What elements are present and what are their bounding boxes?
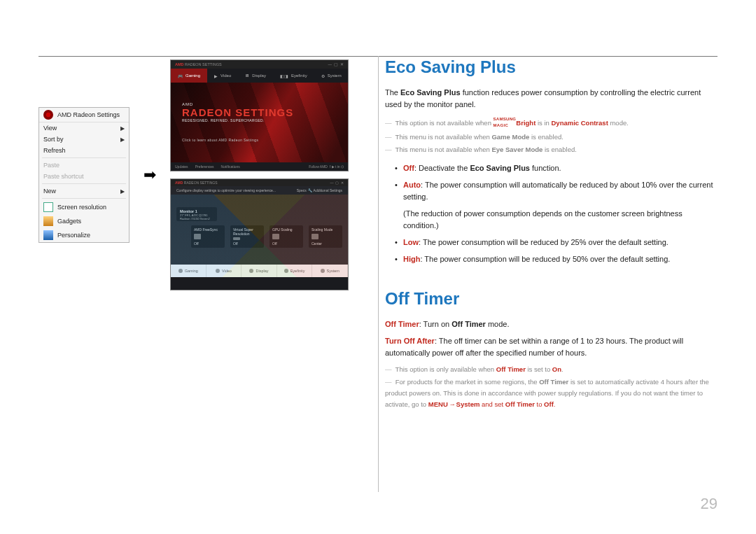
separator bbox=[42, 198, 126, 199]
btab-system: System bbox=[312, 265, 348, 277]
toggle-icon bbox=[233, 237, 240, 240]
specs-link: Specs bbox=[297, 188, 307, 192]
eco-note-3: This menu is not available when Eye Save… bbox=[385, 144, 718, 155]
off-timer-line2: Turn Off After: The off timer can be set… bbox=[385, 335, 718, 360]
chevron-right-icon: ▶ bbox=[120, 136, 125, 143]
right-column: Eco Saving Plus The Eco Saving Plus func… bbox=[385, 49, 718, 412]
off-timer-note2: For products for the market in some regi… bbox=[385, 377, 718, 410]
off-timer-line1: Off Timer: Turn on Off Timer mode. bbox=[385, 318, 718, 331]
footer-preferences: Preferences bbox=[195, 164, 214, 169]
radeon-subline: REDESIGNED. REFINED. SUPERCHARGED. bbox=[182, 118, 293, 122]
bullet-off: Off: Deactivate the Eco Saving Plus func… bbox=[395, 162, 718, 175]
toggle-icon bbox=[194, 234, 201, 239]
learn-tip: Click to learn about AMD Radeon Settings bbox=[182, 138, 293, 142]
desktop-context-menu: AMD Radeon Settings View▶ Sort by▶ Refre… bbox=[38, 107, 130, 243]
radeon-headline: RADEON SETTINGS bbox=[182, 106, 293, 118]
bullet-low: Low: The power consumption will be reduc… bbox=[395, 237, 718, 249]
left-column: AMD Radeon Settings View▶ Sort by▶ Refre… bbox=[38, 49, 364, 412]
btab-eyefinity: Eyefinity bbox=[277, 265, 313, 277]
off-timer-heading: Off Timer bbox=[385, 289, 718, 309]
chevron-right-icon: ▶ bbox=[120, 188, 125, 195]
screen-resolution-icon bbox=[43, 202, 53, 212]
window-title: RADEON SETTINGS bbox=[185, 62, 222, 66]
window-title: RADEON SETTINGS bbox=[184, 181, 218, 185]
toggle-icon bbox=[272, 234, 279, 239]
window-controls-icon: — ▢ ✕ bbox=[328, 62, 344, 66]
ctx-item-new: New▶ bbox=[39, 185, 129, 197]
ctx-item-paste-shortcut: Paste shortcut bbox=[39, 171, 129, 182]
tab-video: ▶Video bbox=[207, 69, 238, 83]
monitor-detail: 27" FF1, AOC Q2781 Radeon #5150 Seven2 bbox=[180, 213, 214, 220]
bullet-auto-sub: (The reduction of power consumption depe… bbox=[403, 208, 718, 232]
radeon-settings-home-screenshot: AMD RADEON SETTINGS — ▢ ✕ 🎮Gaming ▶Video… bbox=[170, 59, 349, 171]
btab-gaming: Gaming bbox=[171, 265, 206, 277]
column-divider bbox=[378, 56, 379, 492]
mode-icon bbox=[312, 234, 318, 239]
off-timer-note1: This option is only available when Off T… bbox=[385, 364, 718, 375]
tab-eyefinity: ◧◨Eyefinity bbox=[273, 69, 314, 83]
context-and-arrow-row: AMD Radeon Settings View▶ Sort by▶ Refre… bbox=[38, 59, 364, 290]
radeon-settings-display-screenshot: AMD RADEON SETTINGS — ▢ ✕ Configure disp… bbox=[170, 178, 349, 290]
top-tab-bar: 🎮Gaming ▶Video 🖥Display ◧◨Eyefinity ⚙Sys… bbox=[171, 69, 348, 83]
tab-display: 🖥Display bbox=[238, 69, 273, 83]
btab-display: Display bbox=[241, 265, 277, 277]
ctx-item-view: View▶ bbox=[39, 122, 129, 134]
ctx-item-sortby: Sort by▶ bbox=[39, 134, 129, 145]
eco-saving-plus-heading: Eco Saving Plus bbox=[385, 57, 718, 77]
screenshot-group: AMD RADEON SETTINGS — ▢ ✕ 🎮Gaming ▶Video… bbox=[170, 59, 349, 290]
tile-vsr: Virtual Super ResolutionOff bbox=[230, 225, 264, 248]
tab-gaming: 🎮Gaming bbox=[171, 69, 207, 83]
context-menu-title-row: AMD Radeon Settings bbox=[39, 108, 129, 122]
monitor-label: Monitor 1 bbox=[180, 209, 214, 213]
monitor-card: Monitor 1 27" FF1, AOC Q2781 Radeon #515… bbox=[176, 207, 217, 221]
bottom-tab-bar: Gaming Video Display Eyefinity System bbox=[171, 265, 348, 277]
ctx-item-gadgets: Gadgets bbox=[39, 214, 129, 228]
page-number: 29 bbox=[701, 495, 718, 513]
separator bbox=[42, 183, 126, 184]
ctx-item-refresh: Refresh bbox=[39, 145, 129, 156]
ctx-item-personalize: Personalize bbox=[39, 228, 129, 242]
tile-gpu-scaling: GPU ScalingOff bbox=[270, 225, 303, 248]
display-subtitle: Configure display settings to optimize y… bbox=[176, 188, 276, 192]
tile-scaling-mode: Scaling ModeCenter bbox=[309, 225, 342, 248]
window-controls-icon: — ▢ ✕ bbox=[330, 181, 344, 185]
bullet-auto: Auto: The power consumption will automat… bbox=[395, 179, 718, 204]
additional-settings-link: Additional Settings bbox=[314, 188, 342, 192]
btab-video: Video bbox=[206, 265, 242, 277]
eco-description: The Eco Saving Plus function reduces pow… bbox=[385, 87, 718, 111]
eco-note-2: This menu is not available when Game Mod… bbox=[385, 132, 718, 143]
context-menu-title: AMD Radeon Settings bbox=[57, 111, 120, 118]
amd-icon bbox=[43, 110, 53, 120]
gadgets-icon bbox=[43, 216, 53, 226]
footer-updates: Updates bbox=[175, 164, 188, 169]
personalize-icon bbox=[43, 230, 53, 240]
separator bbox=[42, 157, 126, 158]
bullet-high: High: The power consumption will be redu… bbox=[395, 253, 718, 266]
eco-bullet-list: Off: Deactivate the Eco Saving Plus func… bbox=[395, 162, 718, 265]
follow-amd: Follow AMD bbox=[309, 164, 328, 169]
chevron-right-icon: ▶ bbox=[120, 125, 125, 132]
manual-page: AMD Radeon Settings View▶ Sort by▶ Refre… bbox=[0, 0, 756, 534]
eco-note-1: This option is not available when SAMSUN… bbox=[385, 118, 718, 130]
ctx-item-screen-resolution: Screen resolution bbox=[39, 200, 129, 214]
footer-notifications: Notifications bbox=[221, 164, 240, 169]
tile-freesync: AMD FreeSyncOff bbox=[191, 225, 225, 248]
ctx-item-paste: Paste bbox=[39, 160, 129, 171]
tab-system: ⚙System bbox=[314, 69, 349, 83]
arrow-right-icon: ➡ bbox=[144, 166, 156, 184]
